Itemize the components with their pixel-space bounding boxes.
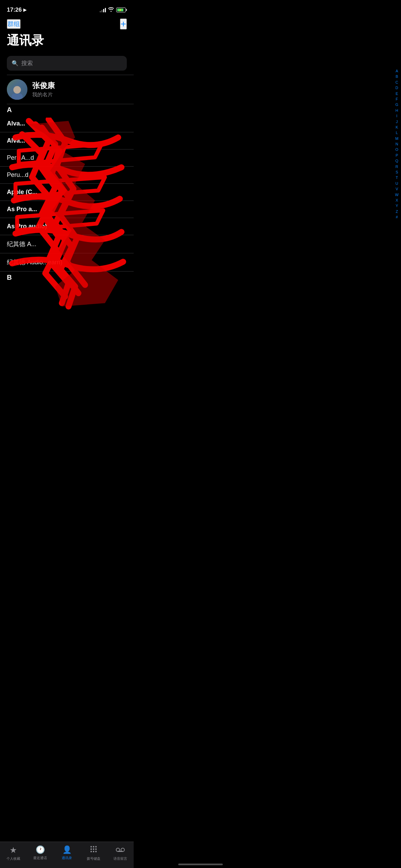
- section-header-b: B: [0, 272, 134, 283]
- list-item[interactable]: 纪其德 A...: [0, 235, 134, 253]
- list-item[interactable]: Peru A...d: [0, 149, 134, 167]
- signal-icon: [100, 8, 106, 12]
- list-item[interactable]: 纪其德 Audio...earn): [0, 253, 134, 272]
- search-bar[interactable]: 🔍 搜索: [7, 56, 127, 71]
- avatar: [7, 79, 27, 100]
- list-item[interactable]: Alva...: [0, 132, 134, 149]
- list-item[interactable]: Peru...d: [0, 167, 134, 184]
- list-item[interactable]: Apple (C...: [0, 184, 134, 201]
- status-bar: 17:26 ▶ ⚡: [0, 0, 134, 17]
- status-icons: ⚡: [100, 7, 127, 13]
- list-item[interactable]: As Pro audio): [0, 218, 134, 235]
- list-item[interactable]: As Pro a...: [0, 201, 134, 218]
- groups-button[interactable]: 群组: [7, 19, 21, 29]
- status-time: 17:26 ▶: [7, 7, 26, 13]
- card-info: 张俊康 我的名片: [32, 81, 55, 98]
- card-name: 张俊康: [32, 81, 55, 91]
- card-subtitle: 我的名片: [32, 92, 55, 98]
- page-title: 通讯录: [7, 32, 127, 49]
- search-icon: 🔍: [12, 60, 19, 67]
- search-placeholder: 搜索: [21, 59, 33, 67]
- location-icon: ▶: [23, 8, 26, 12]
- section-header-a: A: [0, 104, 134, 115]
- header: 群组 + 通讯录: [0, 17, 134, 56]
- add-contact-button[interactable]: +: [120, 19, 127, 29]
- my-card[interactable]: 张俊康 我的名片: [0, 75, 134, 104]
- list-item[interactable]: Alva...: [0, 115, 134, 132]
- wifi-icon: [108, 7, 114, 13]
- search-container: 🔍 搜索: [0, 56, 134, 75]
- battery-icon: ⚡: [116, 8, 127, 12]
- contact-list: A Alva... Alva... Peru A...d Peru...d Ap…: [0, 104, 134, 283]
